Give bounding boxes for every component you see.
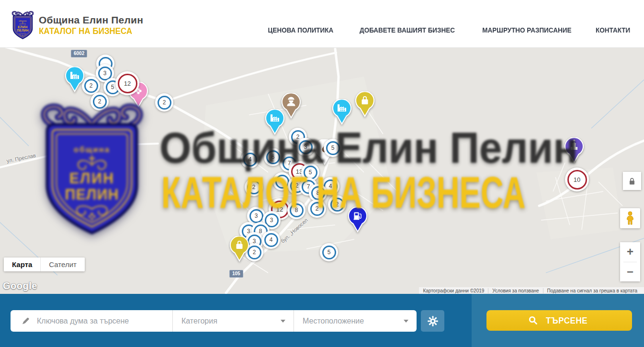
nav-item-route-schedule[interactable]: МАРШРУТНО РАЗПИСАНИЕ [482,26,571,34]
brand-subtitle: КАТАЛОГ НА БИЗНЕСА [39,26,140,36]
zoom-in-button[interactable]: + [620,242,640,262]
search-bar-right-panel: ТЪРСЕНЕ [472,294,644,347]
lock-icon [627,176,637,186]
category-select-value: Категория [181,317,217,325]
factory-pin-marker[interactable] [332,99,351,125]
cluster-marker[interactable]: 3 [296,138,315,156]
location-select[interactable]: Местоположение [294,310,417,332]
nav-item-pricing-policy[interactable]: ЦЕНОВА ПОЛИТИКА [268,26,334,34]
brand-logo-link[interactable]: Община Елин Пелин КАТАЛОГ НА БИЗНЕСА [11,11,143,40]
road-badge: 105 [229,270,243,278]
map-attribution: Картографски данни ©2019 Условия за полз… [419,287,644,294]
cluster-marker[interactable]: 2 [245,178,263,196]
bag-pin-marker[interactable] [355,91,374,117]
worker-pin-marker[interactable] [282,93,301,119]
chevron-down-icon [404,320,408,323]
keyword-field-wrap [11,310,172,332]
search-fields-group: Категория Местоположение [11,310,417,332]
municipality-crest-icon [11,11,34,40]
cluster-marker[interactable]: 2 [308,200,326,218]
cluster-marker[interactable]: 2 [328,195,346,213]
search-submit-button[interactable]: ТЪРСЕНЕ [486,310,632,331]
zoom-control: + − [620,242,640,281]
lock-control-button[interactable] [623,172,641,190]
map-canvas[interactable]: 6002105ул. Преславбул. „Новосел325122223… [0,48,644,294]
brand-text: Община Елин Пелин КАТАЛОГ НА БИЗНЕСА [39,14,143,36]
cluster-marker[interactable]: 4 [262,231,280,249]
site-header: Община Елин Пелин КАТАЛОГ НА БИЗНЕСА ЦЕН… [0,0,644,48]
chevron-down-icon [281,320,285,323]
bag-pin-marker[interactable] [230,236,249,262]
map-type-control: Карта Сателит [4,257,85,271]
nav-item-contacts[interactable]: КОНТАКТИ [596,26,630,34]
cluster-marker[interactable]: 5 [320,243,338,261]
category-select[interactable]: Категория [172,310,294,332]
map-type-map-button[interactable]: Карта [4,257,40,271]
search-bar: Категория Местоположение [0,294,644,347]
cluster-marker[interactable]: 8 [287,201,305,219]
church-pin-marker[interactable] [565,137,584,163]
search-submit-label: ТЪРСЕНЕ [546,315,588,326]
pencil-icon [21,316,30,325]
google-logo[interactable]: Google [3,280,37,291]
main-nav: ЦЕНОВА ПОЛИТИКА ДОБАВЕТЕ ВАШИЯТ БИЗНЕС М… [264,26,632,34]
location-select-value: Местоположение [303,317,364,325]
road-badge: 6002 [71,50,87,57]
fuel-pin-marker[interactable] [348,207,367,233]
cluster-marker[interactable]: 12 [115,71,139,95]
gear-icon [427,315,439,327]
street-label: бул. „Новосел [280,217,309,244]
attribution-data-notice: Картографски данни ©2019 [419,288,488,293]
factory-pin-marker[interactable] [265,109,284,135]
factory-pin-marker[interactable] [65,67,84,92]
cluster-marker[interactable]: 6 [264,148,282,166]
cluster-marker[interactable]: 2 [82,77,100,95]
search-bar-left-panel: Категория Местоположение [0,294,472,347]
zoom-out-button[interactable]: − [620,262,640,282]
cluster-marker[interactable]: 2 [155,93,173,112]
search-icon [529,316,538,325]
cluster-marker[interactable]: 4 [241,150,259,168]
nav-item-add-your-business[interactable]: ДОБАВЕТЕ ВАШИЯТ БИЗНЕС [360,26,455,34]
cluster-marker[interactable]: 5 [324,139,342,157]
page: Община Елин Пелин КАТАЛОГ НА БИЗНЕСА ЦЕН… [0,0,644,347]
attribution-report-link[interactable]: Подаване на сигнал за грешка в картата [543,288,641,293]
markers-layer: 6002105ул. Преславбул. „Новосел325122223… [0,48,644,294]
street-view-pegman-button[interactable] [620,208,640,228]
advanced-settings-button[interactable] [421,310,444,332]
attribution-terms-link[interactable]: Условия за ползване [488,288,542,293]
pegman-icon [624,211,636,225]
keyword-search-input[interactable] [37,317,161,325]
cluster-marker[interactable]: 10 [565,168,589,191]
cluster-marker[interactable]: 2 [90,92,109,111]
map-type-satellite-button[interactable]: Сателит [40,257,85,271]
brand-title: Община Елин Пелин [39,14,143,26]
street-label: ул. Преслав [6,152,36,164]
